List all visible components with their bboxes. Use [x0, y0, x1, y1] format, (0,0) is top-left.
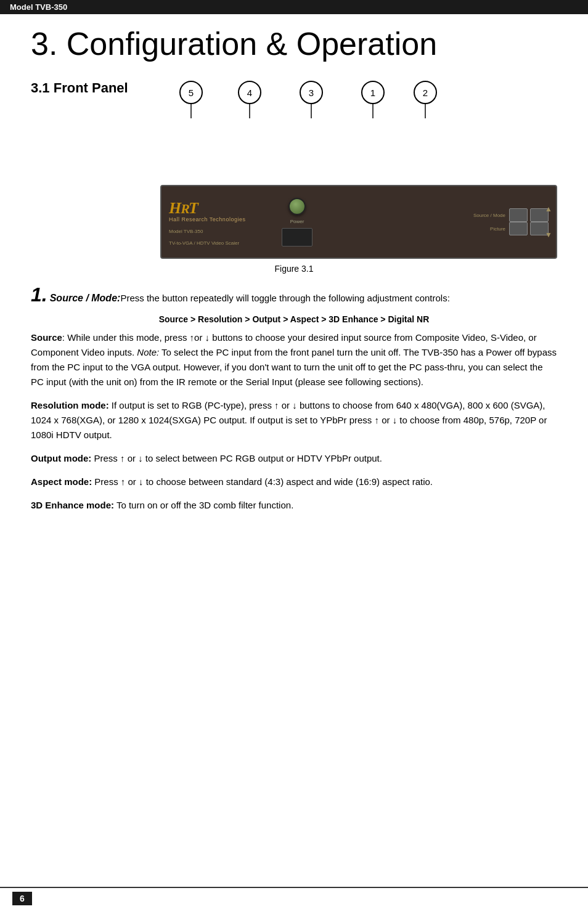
- breadcrumb-line: Source > Resolution > Output > Aspect > …: [31, 314, 557, 324]
- output-text: Press ↑ or ↓ to select between PC RGB ou…: [91, 453, 382, 463]
- picture-row: Picture: [329, 222, 549, 235]
- figure-caption: Figure 3.1: [31, 264, 557, 274]
- up-arrow-indicator: ▲: [545, 205, 552, 213]
- aspect-text: Press ↑ or ↓ to choose between standard …: [92, 476, 433, 487]
- circle-2-label: 2: [423, 88, 428, 98]
- source-bold-term: Source: [31, 332, 62, 343]
- 3d-text: To turn on or off the 3D comb filter fun…: [114, 500, 293, 510]
- input-block: [282, 228, 312, 247]
- diagram-svg: 5 4 3 1 2: [160, 74, 557, 185]
- device-image: HRT Hall Research Technologies Model TVB…: [160, 185, 557, 259]
- circle-4-label: 4: [247, 88, 252, 98]
- item1-description: Press the button repeatedly will toggle …: [120, 291, 449, 306]
- down-arrow-indicator: ▼: [545, 230, 552, 239]
- circle-3-label: 3: [309, 88, 314, 98]
- item1-heading: 1. Source / Mode: Press the button repea…: [31, 285, 557, 306]
- paragraph-aspect: Aspect mode: Press ↑ or ↓ to choose betw…: [31, 475, 557, 489]
- source-note-label: Note:: [137, 347, 159, 357]
- 3d-bold-term: 3D Enhance mode:: [31, 500, 114, 510]
- front-panel-section: 3.1 Front Panel 5 4 3: [31, 74, 557, 259]
- paragraph-resolution: Resolution mode: If output is set to RGB…: [31, 398, 557, 442]
- picture-btn-1[interactable]: [509, 222, 528, 235]
- model-label: Model TVB-350: [10, 2, 67, 12]
- circle-1-label: 1: [370, 88, 375, 98]
- item1-title: Source / Mode:: [50, 293, 121, 304]
- top-bar: Model TVB-350: [0, 0, 588, 14]
- aspect-bold-term: Aspect mode:: [31, 476, 92, 487]
- item1-number: 1.: [31, 285, 47, 304]
- main-content: 3. Configuration & Operation 3.1 Front P…: [0, 14, 588, 546]
- page-number: 6: [12, 892, 32, 905]
- resolution-bold-term: Resolution mode:: [31, 400, 109, 410]
- power-button[interactable]: [288, 198, 306, 215]
- page-container: Model TVB-350 3. Configuration & Operati…: [0, 0, 588, 909]
- source-mode-label: Source / Mode: [473, 213, 505, 218]
- power-label: Power: [290, 219, 304, 224]
- device-model1: Model TVB-350: [169, 229, 265, 234]
- paragraph-3d: 3D Enhance mode: To turn on or off the 3…: [31, 498, 557, 513]
- device-model2: TV-to-VGA / HDTV Video Scaler: [169, 240, 265, 246]
- output-bold-term: Output mode:: [31, 453, 91, 463]
- paragraph-source: Source: While under this mode, press ↑or…: [31, 330, 557, 389]
- circles-and-lines: 5 4 3 1 2: [160, 74, 557, 259]
- chapter-title: 3. Configuration & Operation: [31, 26, 557, 62]
- source-mode-row: Source / Mode: [329, 208, 549, 222]
- device-right-panel: ▲ Source / Mode Picture: [322, 201, 556, 243]
- device-middle-panel: Power: [272, 198, 322, 247]
- circle-5-label: 5: [189, 88, 194, 98]
- source-mode-buttons: [509, 208, 549, 222]
- diagram-wrapper: 5 4 3 1 2: [160, 74, 557, 259]
- source-btn-1[interactable]: [509, 208, 528, 222]
- picture-buttons: [509, 222, 549, 235]
- bottom-bar: 6: [0, 887, 588, 909]
- picture-label: Picture: [490, 226, 505, 232]
- paragraph-output: Output mode: Press ↑ or ↓ to select betw…: [31, 451, 557, 466]
- section-heading: 3.1 Front Panel: [31, 74, 160, 96]
- device-company: Hall Research Technologies: [169, 216, 265, 222]
- device-left-panel: HRT Hall Research Technologies Model TVB…: [161, 193, 272, 251]
- device-logo: HRT: [169, 198, 265, 218]
